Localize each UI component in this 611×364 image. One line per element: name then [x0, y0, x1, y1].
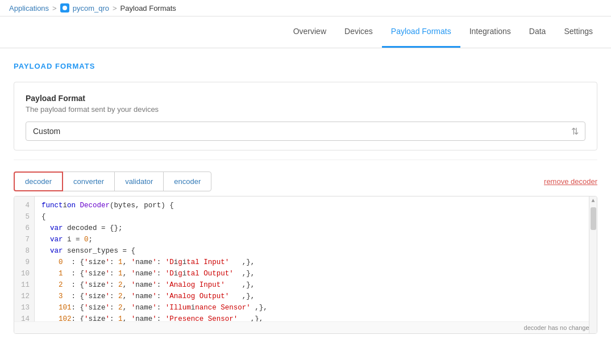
line-num-10: 10: [14, 268, 34, 279]
line-num-9: 9: [14, 257, 34, 268]
code-line-7: var i = 0;: [41, 234, 590, 245]
line-num-8: 8: [14, 245, 34, 257]
line-num-14: 14: [14, 313, 34, 321]
breadcrumb-apps-link[interactable]: Applications: [9, 4, 49, 12]
line-num-13: 13: [14, 302, 34, 313]
codec-tab-converter[interactable]: converter: [63, 171, 115, 191]
nav-tab-devices[interactable]: Devices: [335, 16, 382, 48]
code-line-4: function Decoder(bytes, port) {: [41, 200, 590, 211]
breadcrumb-sep2: >: [113, 4, 117, 12]
codec-tab-encoder[interactable]: encoder: [163, 171, 211, 191]
code-scrollbar[interactable]: ▲: [589, 196, 597, 321]
editor-status: decoder has no changes: [524, 324, 592, 331]
breadcrumb-app-link[interactable]: pycom_qro: [73, 4, 109, 12]
app-icon: [60, 3, 69, 12]
nav-tab-data[interactable]: Data: [520, 16, 555, 48]
line-num-4: 4: [14, 200, 34, 211]
payload-format-card: Payload Format The payload format sent b…: [14, 82, 597, 150]
line-numbers: 45678910111213141516: [14, 196, 35, 321]
code-line-6: var decoded = {};: [41, 223, 590, 234]
code-line-12: 3 : {'size': 2, 'name': 'Analog Output' …: [41, 291, 590, 302]
code-line-13: 101: {'size': 2, 'name': 'Illuminance Se…: [41, 302, 590, 313]
section-title: PAYLOAD FORMATS: [14, 62, 597, 70]
code-line-14: 102: {'size': 1, 'name': 'Presence Senso…: [41, 313, 590, 321]
page-content: PAYLOAD FORMATS Payload Format The paylo…: [0, 48, 611, 348]
code-line-8: var sensor_types = {: [41, 245, 590, 257]
line-num-11: 11: [14, 279, 34, 291]
breadcrumb: Applications > pycom_qro > Payload Forma…: [0, 0, 611, 16]
line-num-7: 7: [14, 234, 34, 245]
breadcrumb-current: Payload Formats: [120, 4, 176, 12]
nav-bar: OverviewDevicesPayload FormatsIntegratio…: [0, 16, 611, 48]
scroll-up-icon[interactable]: ▲: [589, 196, 597, 205]
svg-point-0: [63, 6, 67, 10]
editor-footer: decoder has no changes: [14, 321, 597, 333]
nav-tab-integrations[interactable]: Integrations: [460, 16, 520, 48]
scrollbar-thumb[interactable]: [591, 207, 596, 230]
code-editor: 45678910111213141516 function Decoder(by…: [14, 196, 597, 334]
format-select[interactable]: CustomCayenneLPPLoRa AllianceNone: [26, 122, 585, 141]
codec-tab-validator[interactable]: validator: [114, 171, 164, 191]
codec-section: decoderconvertervalidatorencoder remove …: [14, 171, 597, 334]
format-select-wrapper: CustomCayenneLPPLoRa AllianceNone ⇅: [26, 122, 585, 141]
breadcrumb-sep1: >: [52, 4, 57, 12]
code-line-9: 0 : {'size': 1, 'name': 'Digital Input' …: [41, 257, 590, 268]
code-line-5: {: [41, 211, 590, 223]
codec-tabs: decoderconvertervalidatorencoder: [14, 171, 211, 191]
line-num-12: 12: [14, 291, 34, 302]
code-lines[interactable]: function Decoder(bytes, port) {{ var dec…: [35, 196, 597, 321]
remove-decoder-link[interactable]: remove decoder: [544, 177, 597, 186]
nav-tab-settings[interactable]: Settings: [555, 16, 602, 48]
code-line-10: 1 : {'size': 1, 'name': 'Digital Output'…: [41, 268, 590, 279]
card-title: Payload Format: [26, 94, 585, 103]
card-subtitle: The payload format sent by your devices: [26, 105, 585, 114]
line-num-6: 6: [14, 223, 34, 234]
code-editor-inner: 45678910111213141516 function Decoder(by…: [14, 196, 597, 321]
codec-tabs-row: decoderconvertervalidatorencoder remove …: [14, 171, 597, 191]
code-line-11: 2 : {'size': 2, 'name': 'Analog Input' ,…: [41, 279, 590, 291]
nav-tab-payload-formats[interactable]: Payload Formats: [382, 16, 460, 48]
codec-tab-decoder[interactable]: decoder: [14, 171, 63, 191]
nav-tab-overview[interactable]: Overview: [284, 16, 335, 48]
line-num-5: 5: [14, 211, 34, 223]
